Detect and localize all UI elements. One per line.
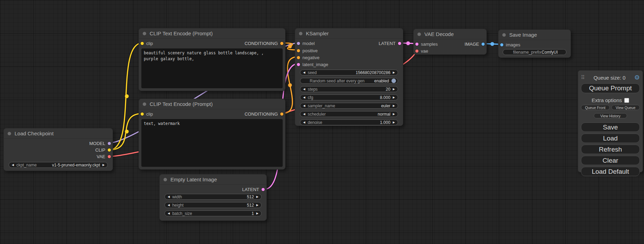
collapse-dot-icon[interactable] bbox=[143, 102, 146, 106]
prev-value-arrow-icon[interactable]: ◀ bbox=[303, 88, 305, 91]
load-default-button[interactable]: Load Default bbox=[581, 167, 640, 176]
node-ksampler[interactable]: KSampler model LATENT positive negative bbox=[295, 28, 403, 126]
view-queue-button[interactable]: View Queue bbox=[611, 105, 640, 110]
next-value-arrow-icon[interactable]: ▶ bbox=[256, 204, 258, 207]
sampler-name-widget[interactable]: ◀ sampler_name euler ▶ bbox=[300, 103, 398, 109]
next-value-arrow-icon[interactable]: ▶ bbox=[103, 164, 105, 166]
conditioning-port-icon[interactable] bbox=[280, 42, 283, 45]
latent-port-icon[interactable] bbox=[297, 63, 300, 66]
clip-port-icon[interactable] bbox=[141, 112, 144, 116]
prompt-text-area[interactable]: text, watermark bbox=[141, 119, 283, 167]
scheduler-widget[interactable]: ◀ scheduler normal ▶ bbox=[300, 111, 398, 117]
input-slot-positive[interactable]: positive bbox=[297, 48, 318, 53]
latent-port-icon[interactable] bbox=[398, 42, 401, 45]
node-clip-text-encode-positive[interactable]: CLIP Text Encode (Prompt) clip CONDITION… bbox=[139, 28, 285, 91]
prev-value-arrow-icon[interactable]: ◀ bbox=[303, 105, 305, 107]
next-value-arrow-icon[interactable]: ▶ bbox=[393, 105, 395, 107]
input-slot-negative[interactable]: negative bbox=[297, 55, 319, 60]
node-title-bar[interactable]: VAE Decode bbox=[414, 29, 486, 39]
node-save-image[interactable]: Save Image images filename_prefix ComfyU… bbox=[498, 29, 571, 58]
clip-port-icon[interactable] bbox=[108, 148, 111, 152]
drag-handle-icon[interactable]: ⠿ bbox=[581, 74, 585, 81]
toggle-enabled-icon[interactable] bbox=[391, 79, 396, 83]
next-value-arrow-icon[interactable]: ▶ bbox=[393, 71, 395, 74]
model-port-icon[interactable] bbox=[108, 142, 111, 145]
extra-options-checkbox[interactable] bbox=[624, 98, 629, 103]
load-button[interactable]: Load bbox=[581, 134, 640, 143]
input-slot-model[interactable]: model bbox=[297, 41, 315, 46]
output-slot-image[interactable]: IMAGE bbox=[465, 42, 485, 47]
node-title-bar[interactable]: Load Checkpoint bbox=[4, 128, 113, 139]
input-slot-vae[interactable]: vae bbox=[415, 48, 428, 54]
node-empty-latent-image[interactable]: Empty Latent Image LATENT ◀ width 512 ▶ … bbox=[159, 174, 267, 221]
collapse-dot-icon[interactable] bbox=[8, 132, 11, 135]
queue-front-button[interactable]: Queue Front bbox=[581, 105, 610, 110]
next-value-arrow-icon[interactable]: ▶ bbox=[256, 212, 258, 215]
view-history-button[interactable]: View History bbox=[594, 113, 627, 118]
node-title-bar[interactable]: KSampler bbox=[295, 28, 403, 39]
next-value-arrow-icon[interactable]: ▶ bbox=[393, 88, 395, 91]
node-vae-decode[interactable]: VAE Decode samples IMAGE vae bbox=[413, 29, 487, 55]
save-button[interactable]: Save bbox=[581, 123, 640, 132]
prev-value-arrow-icon[interactable]: ◀ bbox=[303, 121, 305, 124]
next-value-arrow-icon[interactable]: ▶ bbox=[393, 121, 395, 124]
input-slot-latent-image[interactable]: latent_image bbox=[297, 62, 328, 67]
output-slot-clip[interactable]: CLIP bbox=[95, 147, 111, 153]
conditioning-port-icon[interactable] bbox=[297, 56, 300, 59]
node-graph-canvas[interactable]: Load Checkpoint MODEL CLIP VAE bbox=[0, 0, 644, 244]
prev-value-arrow-icon[interactable]: ◀ bbox=[303, 71, 305, 74]
collapse-dot-icon[interactable] bbox=[164, 178, 167, 181]
node-load-checkpoint[interactable]: Load Checkpoint MODEL CLIP VAE bbox=[3, 128, 113, 171]
refresh-button[interactable]: Refresh bbox=[581, 145, 640, 154]
width-widget[interactable]: ◀ width 512 ▶ bbox=[165, 194, 262, 200]
output-slot-model[interactable]: MODEL bbox=[89, 141, 111, 146]
queue-prompt-button[interactable]: Queue Prompt bbox=[581, 83, 640, 93]
output-slot-latent[interactable]: LATENT bbox=[379, 41, 401, 46]
latent-port-icon[interactable] bbox=[415, 43, 418, 46]
prev-value-arrow-icon[interactable]: ◀ bbox=[303, 96, 305, 99]
vae-port-icon[interactable] bbox=[415, 49, 418, 53]
prev-value-arrow-icon[interactable]: ◀ bbox=[168, 196, 170, 198]
node-title-bar[interactable]: CLIP Text Encode (Prompt) bbox=[139, 99, 285, 109]
collapse-dot-icon[interactable] bbox=[417, 33, 421, 36]
node-title-bar[interactable]: Save Image bbox=[499, 30, 571, 40]
height-widget[interactable]: ◀ height 512 ▶ bbox=[165, 202, 262, 208]
latent-port-icon[interactable] bbox=[262, 188, 265, 191]
settings-gear-icon[interactable]: ⚙ bbox=[634, 74, 640, 81]
node-title-bar[interactable]: CLIP Text Encode (Prompt) bbox=[139, 28, 285, 39]
clip-port-icon[interactable] bbox=[141, 42, 144, 45]
output-slot-vae[interactable]: VAE bbox=[97, 154, 111, 159]
model-port-icon[interactable] bbox=[297, 42, 300, 45]
output-slot-conditioning[interactable]: CONDITIONING bbox=[245, 111, 283, 117]
collapse-dot-icon[interactable] bbox=[143, 32, 146, 35]
input-slot-images[interactable]: images bbox=[500, 42, 520, 47]
prev-value-arrow-icon[interactable]: ◀ bbox=[168, 212, 170, 215]
node-title-bar[interactable]: Empty Latent Image bbox=[160, 174, 266, 185]
random-seed-toggle-widget[interactable]: Random seed after every gen enabled bbox=[300, 78, 398, 84]
output-slot-latent[interactable]: LATENT bbox=[242, 187, 265, 192]
output-slot-conditioning[interactable]: CONDITIONING bbox=[245, 41, 283, 46]
vae-port-icon[interactable] bbox=[108, 155, 111, 158]
prompt-text-area[interactable]: beautiful scenery nature glass bottle la… bbox=[141, 48, 283, 88]
image-port-icon[interactable] bbox=[482, 43, 485, 46]
prev-value-arrow-icon[interactable]: ◀ bbox=[303, 113, 305, 116]
conditioning-port-icon[interactable] bbox=[280, 112, 283, 116]
input-slot-clip[interactable]: clip bbox=[141, 41, 153, 46]
next-value-arrow-icon[interactable]: ▶ bbox=[393, 113, 395, 116]
steps-widget[interactable]: ◀ steps 20 ▶ bbox=[300, 86, 398, 92]
image-port-icon[interactable] bbox=[500, 43, 503, 46]
denoise-widget[interactable]: ◀ denoise 1.000 ▶ bbox=[300, 119, 398, 125]
input-slot-clip[interactable]: clip bbox=[141, 111, 153, 117]
filename-prefix-widget[interactable]: filename_prefix ComfyUI bbox=[503, 49, 566, 55]
collapse-dot-icon[interactable] bbox=[502, 33, 506, 37]
batch-size-widget[interactable]: ◀ batch_size 1 ▶ bbox=[165, 210, 262, 216]
clear-button[interactable]: Clear bbox=[581, 156, 640, 165]
ckpt-name-widget[interactable]: ◀ ckpt_name v1-5-pruned-emaonly.ckpt ▶ bbox=[9, 162, 108, 168]
seed-widget[interactable]: ◀ seed 156680208700286 ▶ bbox=[300, 70, 398, 75]
next-value-arrow-icon[interactable]: ▶ bbox=[393, 96, 395, 99]
cfg-widget[interactable]: ◀ cfg 8.000 ▶ bbox=[300, 94, 398, 100]
conditioning-port-icon[interactable] bbox=[297, 49, 300, 52]
node-clip-text-encode-negative[interactable]: CLIP Text Encode (Prompt) clip CONDITION… bbox=[139, 99, 285, 170]
collapse-dot-icon[interactable] bbox=[299, 32, 302, 35]
prev-value-arrow-icon[interactable]: ◀ bbox=[12, 164, 14, 166]
